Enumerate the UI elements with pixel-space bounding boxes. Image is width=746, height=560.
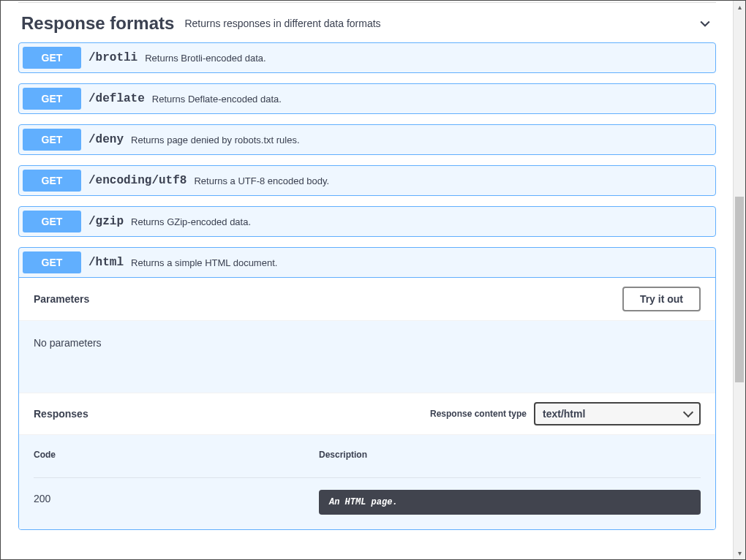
endpoint-path: /deny: [88, 133, 124, 146]
endpoint-description: Returns a simple HTML document.: [131, 257, 277, 268]
parameters-header: Parameters Try it out: [19, 278, 715, 321]
endpoint-encoding-utf8[interactable]: GET /encoding/utf8 Returns a UTF-8 encod…: [18, 165, 716, 196]
endpoint-gzip[interactable]: GET /gzip Returns GZip-encoded data.: [18, 206, 716, 237]
responses-body: Code 200 Description An HTML page.: [19, 435, 715, 529]
endpoint-path: /html: [88, 256, 124, 269]
endpoint-path: /gzip: [88, 215, 124, 228]
endpoint-description: Returns Brotli-encoded data.: [145, 53, 265, 64]
endpoint-path: /deflate: [88, 92, 145, 105]
method-badge: GET: [23, 211, 81, 232]
scroll-down-icon[interactable]: ▾: [734, 547, 745, 559]
section-title: Response formats: [21, 13, 174, 34]
endpoint-description: Returns Deflate-encoded data.: [152, 94, 282, 105]
responses-label: Responses: [34, 408, 430, 420]
content-type-select[interactable]: text/html: [534, 402, 701, 425]
endpoint-path: /encoding/utf8: [88, 174, 186, 187]
description-column-header: Description: [319, 450, 701, 478]
endpoint-path: /brotli: [88, 51, 137, 64]
section-header[interactable]: Response formats Returns responses in di…: [18, 6, 716, 42]
endpoint-description: Returns GZip-encoded data.: [131, 216, 251, 227]
section-description: Returns responses in different data form…: [184, 18, 697, 29]
chevron-down-icon: [697, 15, 713, 31]
responses-header: Responses Response content type text/htm…: [19, 393, 715, 435]
method-badge: GET: [23, 88, 81, 110]
parameters-label: Parameters: [34, 293, 622, 305]
method-badge: GET: [23, 129, 81, 151]
no-parameters-text: No parameters: [19, 321, 715, 393]
endpoint-deflate[interactable]: GET /deflate Returns Deflate-encoded dat…: [18, 83, 716, 114]
method-badge: GET: [23, 170, 81, 192]
response-description: An HTML page.: [319, 490, 701, 515]
endpoint-html-summary[interactable]: GET /html Returns a simple HTML document…: [19, 248, 715, 278]
try-it-out-button[interactable]: Try it out: [622, 287, 701, 311]
endpoint-brotli[interactable]: GET /brotli Returns Brotli-encoded data.: [18, 42, 716, 73]
vertical-scrollbar[interactable]: ▴ ▾: [733, 1, 745, 559]
scroll-up-icon[interactable]: ▴: [734, 1, 745, 13]
content-type-label: Response content type: [430, 409, 527, 419]
section-divider: [18, 2, 716, 3]
endpoint-deny[interactable]: GET /deny Returns page denied by robots.…: [18, 124, 716, 155]
endpoint-description: Returns page denied by robots.txt rules.: [131, 135, 300, 145]
code-column-header: Code: [34, 450, 319, 478]
method-badge: GET: [23, 251, 81, 273]
endpoint-html: GET /html Returns a simple HTML document…: [18, 247, 716, 530]
endpoint-description: Returns a UTF-8 encoded body.: [194, 175, 329, 186]
response-code: 200: [34, 490, 319, 504]
scrollbar-thumb[interactable]: [735, 197, 744, 382]
method-badge: GET: [23, 47, 81, 69]
